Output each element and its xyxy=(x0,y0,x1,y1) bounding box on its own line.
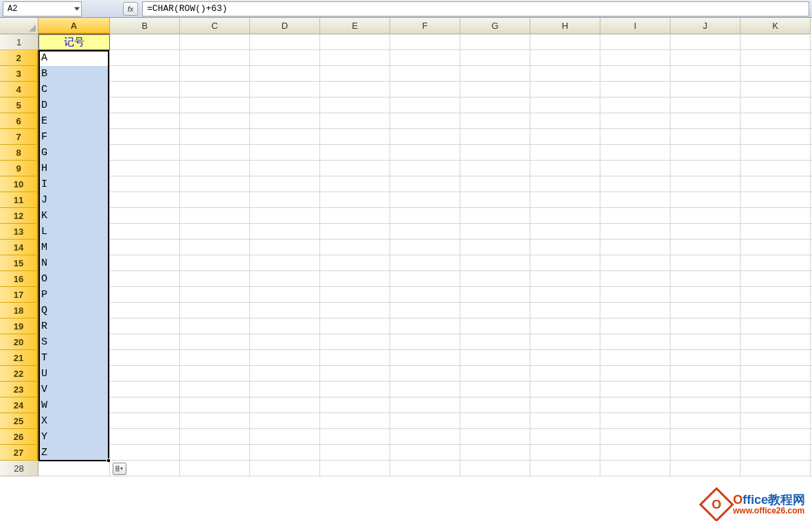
cell-G19[interactable] xyxy=(460,319,530,334)
cell-G20[interactable] xyxy=(460,334,530,350)
cell-C14[interactable] xyxy=(180,240,250,255)
cell-E17[interactable] xyxy=(320,287,390,303)
cell-B20[interactable] xyxy=(110,334,180,350)
cell-F26[interactable] xyxy=(390,429,460,445)
column-header-D[interactable]: D xyxy=(250,18,320,34)
cell-H3[interactable] xyxy=(530,66,600,82)
cell-K2[interactable] xyxy=(741,50,811,66)
cell-A12[interactable]: K xyxy=(38,208,110,224)
cell-F16[interactable] xyxy=(390,271,460,287)
cell-B26[interactable] xyxy=(110,429,180,445)
column-header-I[interactable]: I xyxy=(600,18,670,34)
cell-D26[interactable] xyxy=(250,429,320,445)
cell-H13[interactable] xyxy=(530,224,600,240)
cell-G21[interactable] xyxy=(460,350,530,366)
cell-I19[interactable] xyxy=(600,319,670,334)
cell-G4[interactable] xyxy=(460,82,530,97)
cell-A7[interactable]: F xyxy=(38,129,110,145)
cell-C1[interactable] xyxy=(180,34,250,50)
cell-B13[interactable] xyxy=(110,224,180,240)
cell-E26[interactable] xyxy=(320,429,390,445)
cell-K5[interactable] xyxy=(741,97,811,113)
cell-D11[interactable] xyxy=(250,192,320,208)
cell-H22[interactable] xyxy=(530,366,600,382)
cell-A1[interactable]: 记号 xyxy=(38,34,110,50)
row-header-24[interactable]: 24 xyxy=(0,397,38,413)
cell-B22[interactable] xyxy=(110,366,180,382)
cell-C15[interactable] xyxy=(180,255,250,271)
cell-E3[interactable] xyxy=(320,66,390,82)
cell-G13[interactable] xyxy=(460,224,530,240)
cell-C26[interactable] xyxy=(180,429,250,445)
cell-G25[interactable] xyxy=(460,413,530,429)
cell-K4[interactable] xyxy=(741,82,811,97)
cell-A4[interactable]: C xyxy=(38,82,110,97)
row-header-20[interactable]: 20 xyxy=(0,334,38,350)
cell-K16[interactable] xyxy=(741,271,811,287)
column-header-H[interactable]: H xyxy=(530,18,600,34)
cell-J20[interactable] xyxy=(670,334,741,350)
cell-F10[interactable] xyxy=(390,176,460,192)
cell-B21[interactable] xyxy=(110,350,180,366)
cell-G26[interactable] xyxy=(460,429,530,445)
cell-A13[interactable]: L xyxy=(38,224,110,240)
cell-J2[interactable] xyxy=(670,50,741,66)
cell-F23[interactable] xyxy=(390,382,460,397)
cell-B7[interactable] xyxy=(110,129,180,145)
cell-F25[interactable] xyxy=(390,413,460,429)
row-header-13[interactable]: 13 xyxy=(0,224,38,240)
cell-D21[interactable] xyxy=(250,350,320,366)
cell-H11[interactable] xyxy=(530,192,600,208)
cell-E2[interactable] xyxy=(320,50,390,66)
cell-F8[interactable] xyxy=(390,145,460,161)
cell-B1[interactable] xyxy=(110,34,180,50)
cell-I6[interactable] xyxy=(600,113,670,129)
cell-B16[interactable] xyxy=(110,271,180,287)
cell-H16[interactable] xyxy=(530,271,600,287)
cell-K22[interactable] xyxy=(741,366,811,382)
cell-C25[interactable] xyxy=(180,413,250,429)
row-header-25[interactable]: 25 xyxy=(0,413,38,429)
cell-G15[interactable] xyxy=(460,255,530,271)
cell-G9[interactable] xyxy=(460,161,530,176)
row-header-10[interactable]: 10 xyxy=(0,176,38,192)
cell-D14[interactable] xyxy=(250,240,320,255)
cell-C20[interactable] xyxy=(180,334,250,350)
cell-I14[interactable] xyxy=(600,240,670,255)
cell-I13[interactable] xyxy=(600,224,670,240)
row-header-12[interactable]: 12 xyxy=(0,208,38,224)
cell-H8[interactable] xyxy=(530,145,600,161)
cell-C19[interactable] xyxy=(180,319,250,334)
cell-E1[interactable] xyxy=(320,34,390,50)
cell-D19[interactable] xyxy=(250,319,320,334)
row-header-23[interactable]: 23 xyxy=(0,382,38,397)
cell-K9[interactable] xyxy=(741,161,811,176)
cell-C11[interactable] xyxy=(180,192,250,208)
cell-H14[interactable] xyxy=(530,240,600,255)
row-header-2[interactable]: 2 xyxy=(0,50,38,66)
cell-B14[interactable] xyxy=(110,240,180,255)
cell-C3[interactable] xyxy=(180,66,250,82)
cell-J25[interactable] xyxy=(670,413,741,429)
cell-J6[interactable] xyxy=(670,113,741,129)
cell-F6[interactable] xyxy=(390,113,460,129)
cell-H4[interactable] xyxy=(530,82,600,97)
cell-G27[interactable] xyxy=(460,445,530,461)
cell-B11[interactable] xyxy=(110,192,180,208)
cell-C10[interactable] xyxy=(180,176,250,192)
cell-I1[interactable] xyxy=(600,34,670,50)
cell-J19[interactable] xyxy=(670,319,741,334)
row-header-6[interactable]: 6 xyxy=(0,113,38,129)
cell-E23[interactable] xyxy=(320,382,390,397)
cell-B2[interactable] xyxy=(110,50,180,66)
cell-H18[interactable] xyxy=(530,303,600,319)
column-header-K[interactable]: K xyxy=(741,18,811,34)
cell-I28[interactable] xyxy=(600,461,670,476)
cell-E14[interactable] xyxy=(320,240,390,255)
cell-B19[interactable] xyxy=(110,319,180,334)
cell-A2[interactable]: A xyxy=(38,50,110,66)
cell-G23[interactable] xyxy=(460,382,530,397)
formula-input[interactable]: =CHAR(ROW()+63) xyxy=(142,1,809,16)
cell-G11[interactable] xyxy=(460,192,530,208)
cell-G22[interactable] xyxy=(460,366,530,382)
